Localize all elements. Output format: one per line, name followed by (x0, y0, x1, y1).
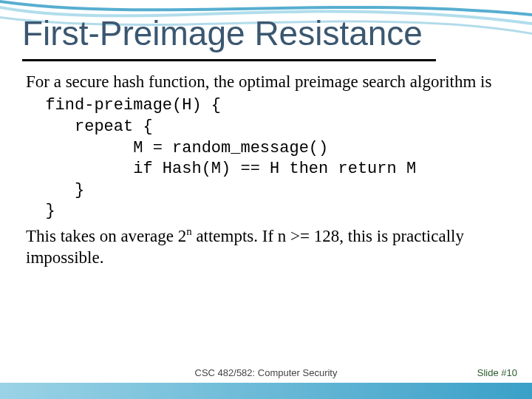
title-underline (22, 59, 436, 61)
slide: First-Preimage Resistance For a secure h… (0, 0, 532, 399)
code-line: if Hash(M) == H then return M (45, 160, 416, 178)
intro-text: For a secure hash function, the optimal … (26, 71, 506, 92)
code-line: find-preimage(H) { (45, 96, 221, 115)
code-block: find-preimage(H) { repeat { M = random_m… (26, 95, 506, 222)
conclusion-text: This takes on average 2n attempts. If n … (26, 225, 506, 269)
code-line: } (45, 202, 55, 220)
exponent: n (186, 225, 191, 237)
slide-title: First-Preimage Resistance (22, 13, 423, 53)
slide-body: For a secure hash function, the optimal … (26, 71, 506, 270)
footer-course: CSC 482/582: Computer Security (0, 367, 532, 378)
footer-slide-number: Slide #10 (477, 367, 517, 378)
conclusion-part-a: This takes on average 2 (26, 227, 186, 245)
wave-decoration-bottom (0, 383, 532, 399)
code-line: repeat { (45, 117, 152, 136)
code-line: } (45, 181, 84, 200)
code-line: M = random_message() (45, 139, 328, 157)
